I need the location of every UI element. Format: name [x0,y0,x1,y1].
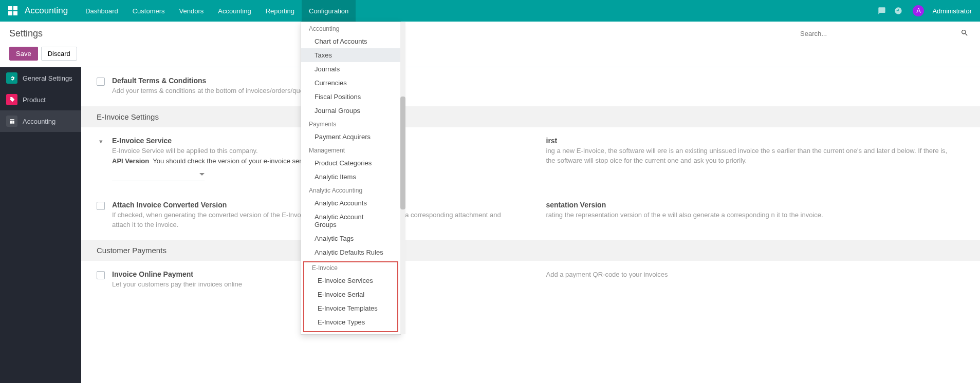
search-wrap [800,27,971,41]
dd-item-analytic-tags[interactable]: Analytic Tags [301,232,400,245]
dd-item-journal-groups[interactable]: Journal Groups [301,104,400,118]
dd-item-chart-of-accounts[interactable]: Chart of Accounts [301,34,400,48]
config-dropdown: Accounting Chart of Accounts Taxes Journ… [301,22,401,335]
sidebar-item-label: General Settings [23,74,72,82]
nav-vendors[interactable]: Vendors [172,0,211,22]
sidebar-item-product[interactable]: Product [0,89,81,110]
dd-item-taxes[interactable]: Taxes [301,48,400,62]
dd-item-fiscal-positions[interactable]: Fiscal Positions [301,90,400,104]
nav-dashboard[interactable]: Dashboard [78,0,125,22]
dd-item-product-categories[interactable]: Product Categories [301,156,400,170]
dd-item-einvoice-services[interactable]: E-Invoice Services [304,274,397,288]
chat-icon[interactable] [878,7,886,15]
nav-customers[interactable]: Customers [125,0,172,22]
nav-accounting[interactable]: Accounting [211,0,258,22]
dd-item-payment-acquirers[interactable]: Payment Acquirers [301,130,400,144]
setting-desc: rating the representation version of the… [546,210,950,220]
tag-icon [6,94,17,105]
sidebar-item-accounting[interactable]: Accounting [0,110,81,132]
checkbox-online-payment[interactable] [97,271,105,279]
apps-icon[interactable] [8,6,17,15]
dd-group-einvoice: E-Invoice [304,262,397,274]
api-version-select[interactable] [112,169,205,181]
nav-right: A Administrator [878,5,972,16]
setting-title: sentation Version [546,201,950,209]
dd-item-analytic-defaults[interactable]: Analytic Defaults Rules [301,245,400,259]
accounting-icon [6,116,17,127]
setting-desc: Add a payment QR-code to your invoices [546,270,950,280]
dd-item-analytic-accounts[interactable]: Analytic Accounts [301,196,400,210]
avatar[interactable]: A [913,5,924,16]
settings-sidebar: General Settings Product Accounting [0,67,81,383]
dd-item-einvoice-templates[interactable]: E-Invoice Templates [304,301,397,315]
section-customer-payments: Customer Payments [81,240,980,261]
scrollbar-thumb[interactable] [400,97,405,209]
section-einvoice: E-Invoice Settings [81,106,980,127]
action-bar: Save Discard [0,43,980,67]
subheader: Settings [0,22,980,43]
settings-content[interactable]: Default Terms & Conditions Add your term… [81,67,980,383]
page-title: Settings [9,28,43,39]
discard-button[interactable]: Discard [41,47,77,61]
search-button[interactable] [958,27,971,41]
brand-title[interactable]: Accounting [25,6,68,16]
setting-desc: ing a new E-Invoice, the software will e… [546,146,950,166]
checkbox-terms[interactable] [97,78,105,86]
nav-reporting[interactable]: Reporting [258,0,302,22]
sidebar-item-label: Product [23,96,46,104]
main-nav: Dashboard Customers Vendors Accounting R… [78,0,356,22]
clock-icon[interactable] [894,7,902,15]
dd-item-einvoice-serial[interactable]: E-Invoice Serial [304,288,397,301]
checkbox-attach[interactable] [97,202,105,210]
gear-icon [6,72,17,84]
dd-group-accounting: Accounting [301,22,400,34]
scrollbar[interactable] [400,22,405,334]
dd-item-currencies[interactable]: Currencies [301,76,400,90]
topbar: Accounting Dashboard Customers Vendors A… [0,0,980,22]
chevron-down-icon[interactable]: ▾ [97,138,105,146]
user-name[interactable]: Administrator [932,7,972,15]
nav-configuration[interactable]: Configuration [302,0,356,22]
sidebar-item-general[interactable]: General Settings [0,67,81,89]
save-button[interactable]: Save [9,47,38,61]
dd-item-einvoice-types[interactable]: E-Invoice Types [304,315,397,329]
dd-highlight-box: E-Invoice E-Invoice Services E-Invoice S… [303,261,398,332]
search-input[interactable] [800,30,954,37]
dd-item-analytic-items[interactable]: Analytic Items [301,170,400,184]
dd-group-analytic: Analytic Accounting [301,184,400,196]
dd-group-management: Management [301,144,400,156]
setting-title: irst [546,137,950,145]
sidebar-item-label: Accounting [23,118,56,125]
dd-item-analytic-account-groups[interactable]: Analytic Account Groups [301,210,400,232]
dd-item-journals[interactable]: Journals [301,62,400,76]
dd-group-payments: Payments [301,118,400,130]
